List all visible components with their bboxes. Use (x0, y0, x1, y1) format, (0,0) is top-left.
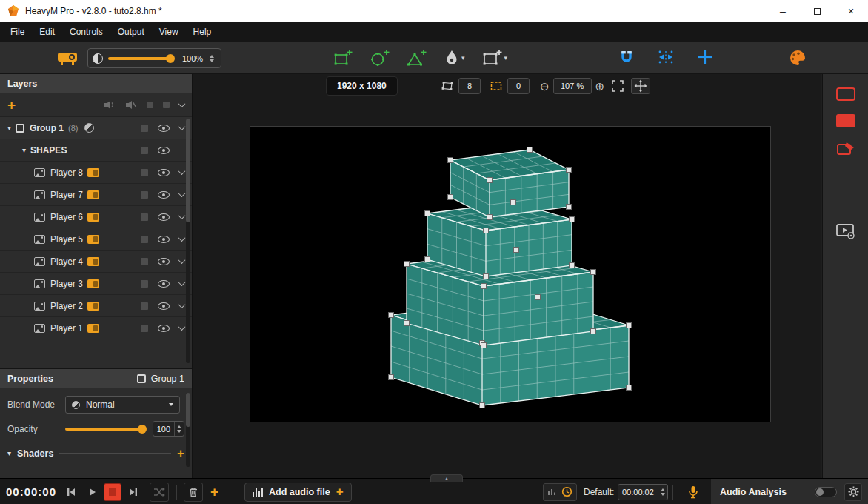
play-button[interactable] (83, 483, 101, 501)
default-duration-spinner[interactable]: 00:00:02 (618, 484, 668, 500)
player-visibility-eye-icon[interactable] (158, 236, 170, 243)
audio-analysis-settings-button[interactable] (844, 483, 862, 501)
player-chevron-icon[interactable] (178, 323, 186, 331)
shapes-colorbox[interactable] (141, 147, 148, 154)
brightness-slider-knob[interactable] (166, 54, 175, 63)
output-screen-icon[interactable] (87, 257, 99, 266)
projector-button[interactable] (56, 42, 79, 73)
output-preview-canvas[interactable] (250, 126, 771, 422)
player-visibility-eye-icon[interactable] (158, 325, 170, 332)
opacity-spinner-arrows[interactable] (174, 422, 184, 436)
layer-row-player-5[interactable]: Player 5 (0, 228, 192, 251)
layers-scrollbar[interactable] (186, 119, 190, 363)
shaders-expand-icon[interactable]: ▾ (7, 449, 11, 457)
player-chevron-icon[interactable] (178, 190, 186, 197)
delete-button[interactable] (184, 483, 203, 502)
layer-row-player-1[interactable]: Player 1 (0, 317, 192, 339)
magnet-button[interactable] (619, 50, 634, 67)
add-rectangle-button[interactable] (333, 49, 353, 67)
skip-start-button[interactable] (62, 483, 80, 501)
menu-edit[interactable]: Edit (32, 22, 62, 42)
player-colorbox[interactable] (141, 258, 148, 265)
player-colorbox[interactable] (141, 325, 148, 332)
add-triangle-button[interactable] (407, 49, 427, 67)
draw-tool-caret-icon[interactable]: ▾ (461, 54, 465, 62)
close-button[interactable]: × (834, 0, 868, 22)
brightness-spinner-arrows[interactable] (207, 50, 216, 66)
layer-row-player-2[interactable]: Player 2 (0, 295, 192, 317)
layer-row-player-3[interactable]: Player 3 (0, 273, 192, 295)
select-all-colorbox[interactable] (147, 102, 153, 108)
player-chevron-icon[interactable] (178, 234, 186, 242)
brightness-spinner[interactable]: 100% (178, 50, 216, 66)
appearance-palette-button[interactable] (788, 42, 807, 73)
shaders-section-header[interactable]: ▾ Shaders + (0, 447, 192, 460)
add-layer-button[interactable]: + (7, 98, 16, 112)
properties-scrollbar[interactable] (186, 393, 190, 467)
minimize-button[interactable]: – (766, 0, 800, 22)
duration-spinner-arrows[interactable] (658, 485, 667, 500)
player-visibility-eye-icon[interactable] (158, 280, 170, 288)
group-colorbox[interactable] (141, 125, 148, 132)
group-chevron-icon[interactable] (178, 123, 186, 130)
layer-row-shapes[interactable]: ▾ SHAPES (0, 139, 192, 162)
layer-row-group[interactable]: ▾ Group 1 (8) (0, 117, 192, 139)
group-expand-icon[interactable]: ▾ (7, 124, 11, 132)
shuffle-button[interactable] (150, 483, 169, 502)
add-circle-button[interactable] (370, 49, 390, 67)
output-screen-icon[interactable] (87, 279, 99, 288)
layer-row-player-6[interactable]: Player 6 (0, 206, 192, 228)
opacity-slider-knob[interactable] (138, 425, 147, 434)
stop-button[interactable] (104, 483, 121, 501)
microphone-icon[interactable] (687, 485, 699, 499)
output-screen-icon[interactable] (87, 213, 99, 222)
add-sequence-button[interactable]: + (210, 485, 218, 499)
player-chevron-icon[interactable] (178, 168, 186, 175)
player-colorbox[interactable] (141, 213, 148, 221)
mute-all-icon[interactable] (104, 100, 116, 110)
default-duration-icons[interactable] (543, 483, 577, 501)
bottom-panel-pull-tab[interactable]: ▲ (430, 474, 463, 482)
brightness-slider[interactable] (108, 57, 173, 60)
add-shader-button[interactable]: + (177, 447, 184, 460)
snap-to-grid-button[interactable] (658, 50, 674, 67)
output-screen-icon[interactable] (87, 235, 99, 244)
player-colorbox[interactable] (141, 236, 148, 243)
player-visibility-eye-icon[interactable] (158, 169, 170, 176)
layer-row-player-8[interactable]: Player 8 (0, 162, 192, 184)
player-chevron-icon[interactable] (178, 301, 186, 308)
draw-tool-button[interactable]: ▾ (444, 49, 465, 67)
output-screen-icon[interactable] (87, 168, 99, 177)
mask-edit-icon[interactable] (836, 141, 855, 157)
menu-help[interactable]: Help (186, 22, 219, 42)
player-visibility-eye-icon[interactable] (158, 302, 170, 310)
player-chevron-icon[interactable] (178, 256, 186, 264)
zoom-out-button[interactable]: ⊖ (540, 81, 550, 92)
opacity-slider[interactable] (65, 428, 145, 431)
menu-view[interactable]: View (152, 22, 186, 42)
zoom-in-button[interactable]: ⊕ (595, 81, 605, 92)
player-visibility-eye-icon[interactable] (158, 213, 170, 221)
properties-target-checkbox[interactable] (137, 374, 146, 383)
player-visibility-eye-icon[interactable] (158, 191, 170, 199)
menu-file[interactable]: File (3, 22, 32, 42)
player-visibility-eye-icon[interactable] (158, 258, 170, 265)
skip-end-button[interactable] (124, 483, 142, 501)
menu-controls[interactable]: Controls (62, 22, 110, 42)
shapes-expand-icon[interactable]: ▾ (22, 146, 26, 154)
visibility-all-box[interactable] (163, 102, 170, 108)
output-screen-icon[interactable] (87, 190, 99, 199)
add-group-caret-icon[interactable]: ▾ (504, 54, 508, 62)
add-group-button[interactable]: ▾ (483, 49, 508, 67)
output-screen-icon[interactable] (87, 324, 99, 333)
opacity-spinner[interactable]: 100 (153, 421, 184, 437)
brightness-control[interactable]: 100% (87, 48, 221, 68)
shapes-visibility-eye-icon[interactable] (158, 147, 170, 154)
player-chevron-icon[interactable] (178, 212, 186, 219)
group-blend-icon[interactable] (84, 123, 94, 133)
player-colorbox[interactable] (141, 191, 148, 199)
fit-view-button[interactable] (608, 78, 627, 94)
player-colorbox[interactable] (141, 280, 148, 288)
pan-tool-button[interactable] (631, 78, 650, 94)
maximize-button[interactable] (800, 0, 834, 22)
